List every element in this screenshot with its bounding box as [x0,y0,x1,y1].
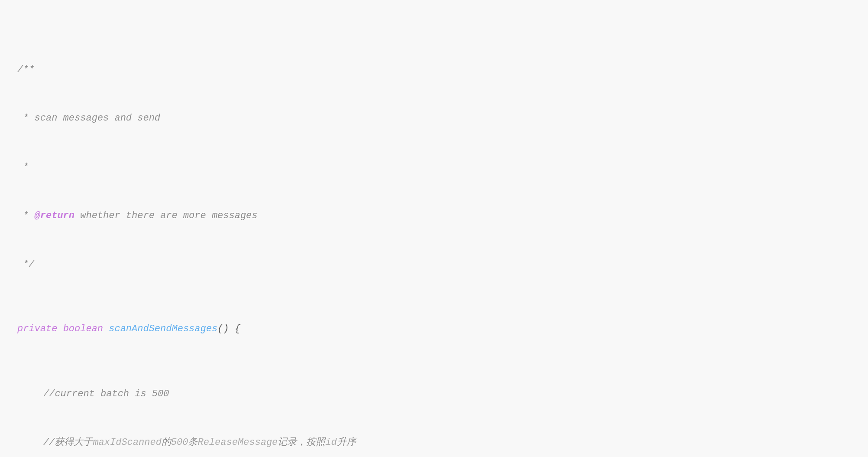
comment-line1: * scan messages and send [17,110,851,126]
comment-batch: //current batch is 500 [17,386,851,402]
method-signature: private boolean scanAndSendMessages() { [17,321,851,337]
comment-line3: * @return whether there are more message… [17,208,851,224]
comment-chinese1: //获得大于maxIdScanned的500条ReleaseMessage记录，… [17,434,851,450]
comment-open: /** [17,62,851,78]
comment-line2: * [17,159,851,175]
comment-close: */ [17,256,851,272]
code-view: /** * scan messages and send * * @return… [17,13,851,457]
